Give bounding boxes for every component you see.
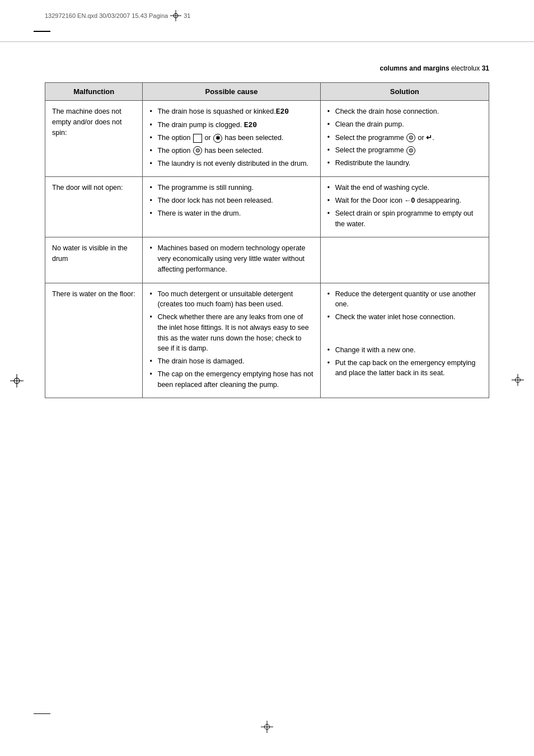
malfunction-cell-2: The door will not open: [45, 177, 143, 237]
malfunction-text-1: The machine does not empty and/or does n… [52, 108, 121, 137]
list-item: Select the programme ⊙ [327, 145, 482, 156]
list-item: Redistribute the laundry. [327, 158, 482, 169]
solution-list-1: Check the drain hose connection. Clean t… [327, 106, 482, 169]
prog-icon-2: ↵ [426, 133, 432, 142]
list-item: Wait the end of washing cycle. [327, 183, 482, 193]
page: 132972160 EN.qxd 30/03/2007 15.43 Pagina… [0, 0, 534, 756]
brand-name: electrolux [451, 64, 480, 72]
door-icon: ←0 [405, 197, 415, 204]
list-item: The door lock has not been released. [149, 195, 313, 206]
cause-list-4: Too much detergent or unsuitable deterge… [149, 289, 313, 390]
list-item: Select drain or spin programme to empty … [327, 208, 482, 230]
cause-list-1: The drain hose is squashed or kinked.E20… [149, 106, 313, 169]
list-item: The drain hose is squashed or kinked.E20 [149, 106, 313, 118]
solution-cell-4: Reduce the detergent quantity or use ano… [320, 283, 489, 398]
section-label: columns and margins [380, 64, 449, 72]
option-circle-icon: ✱ [213, 134, 222, 143]
list-item: The drain pump is clogged. E20 [149, 120, 313, 131]
list-item: Wait for the Door icon ←0 desappearing. [327, 195, 482, 206]
cause-list-3: Machines based on modern technology oper… [149, 243, 313, 274]
malfunction-cell-4: There is water on the floor: [45, 283, 143, 398]
cause-cell-3: Machines based on modern technology oper… [143, 237, 320, 283]
list-item: The cap on the emergency emptying hose h… [149, 369, 313, 390]
list-item: Too much detergent or unsuitable deterge… [149, 289, 313, 310]
cause-list-2: The programme is still running. The door… [149, 183, 313, 218]
prog-icon-1: ⊙ [406, 133, 415, 142]
solution-list-2: Wait the end of washing cycle. Wait for … [327, 183, 482, 229]
list-item: The drain hose is damaged. [149, 356, 313, 367]
list-item: Check the water inlet hose connection. [327, 312, 482, 323]
list-item: The programme is still running. [149, 183, 313, 193]
table-row: The machine does not empty and/or does n… [45, 101, 489, 177]
solution-list-4: Reduce the detergent quantity or use ano… [327, 289, 482, 379]
cause-cell-4: Too much detergent or unsuitable deterge… [143, 283, 320, 398]
list-item: Put the cap back on the emergency emptyi… [327, 358, 482, 379]
list-item: Check the drain hose connection. [327, 106, 482, 117]
cause-cell-1: The drain hose is squashed or kinked.E20… [143, 101, 320, 177]
malfunction-table: Malfunction Possible cause Solution The … [45, 82, 489, 398]
table-row: There is water on the floor: Too much de… [45, 283, 489, 398]
error-code: E20 [276, 108, 289, 116]
list-item: Clean the drain pump. [327, 119, 482, 130]
table-row: The door will not open: The programme is… [45, 177, 489, 237]
list-item: Reduce the detergent quantity or use ano… [327, 289, 482, 310]
malfunction-text-2: The door will not open: [52, 184, 123, 192]
crosshair-top-icon [170, 10, 181, 21]
list-item: Select the programme ⊙ or ↵. [327, 132, 482, 143]
page-content: columns and margins electrolux 31 Malfun… [0, 48, 534, 432]
page-num-header: 31 [184, 12, 190, 19]
malfunction-text-4: There is water on the floor: [52, 290, 135, 298]
page-heading: columns and margins electrolux 31 [45, 64, 489, 74]
page-number: 31 [482, 64, 489, 72]
col-header-solution: Solution [320, 83, 489, 101]
file-info: 132972160 EN.qxd 30/03/2007 15.43 Pagina [45, 12, 168, 19]
list-item: There is water in the drum. [149, 208, 313, 219]
option-spin-icon: ⊙ [193, 146, 202, 155]
list-item: The laundry is not evenly distributed in… [149, 158, 313, 169]
malfunction-cell-1: The machine does not empty and/or does n… [45, 101, 143, 177]
crosshair-right-icon [512, 374, 524, 388]
col-header-malfunction: Malfunction [45, 83, 143, 101]
list-item: The option or ✱ has been selected. [149, 133, 313, 143]
solution-cell-1: Check the drain hose connection. Clean t… [320, 101, 489, 177]
solution-cell-3 [320, 237, 489, 283]
table-row: No water is visible in the drum Machines… [45, 237, 489, 283]
malfunction-cell-3: No water is visible in the drum [45, 237, 143, 283]
error-code: E20 [244, 121, 257, 129]
col-header-cause: Possible cause [143, 83, 320, 101]
list-item: Machines based on modern technology oper… [149, 243, 313, 274]
list-item: Change it with a new one. [327, 345, 482, 356]
malfunction-text-3: No water is visible in the drum [52, 244, 128, 263]
crosshair-left-icon [10, 374, 24, 388]
solution-cell-2: Wait the end of washing cycle. Wait for … [320, 177, 489, 237]
prog-icon-3: ⊙ [406, 146, 415, 155]
crosshair-bottom-icon [261, 721, 273, 735]
option-square-icon [193, 134, 202, 143]
list-item: The option ⊙ has been selected. [149, 146, 313, 156]
cause-cell-2: The programme is still running. The door… [143, 177, 320, 237]
list-item: Check whether there are any leaks from o… [149, 312, 313, 354]
